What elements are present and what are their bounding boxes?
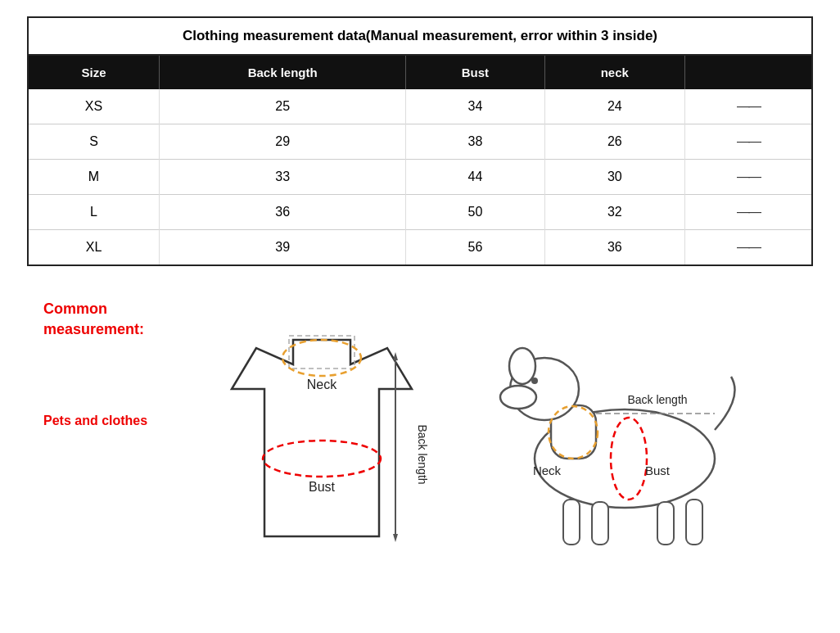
table-row: XS 25 34 24 —— (29, 89, 811, 124)
svg-marker-5 (393, 352, 398, 360)
cell-neck: 30 (544, 160, 685, 195)
cell-bust: 44 (406, 160, 544, 195)
cell-neck: 36 (544, 230, 685, 265)
cell-back-length: 39 (160, 230, 406, 265)
shirt-diagram: Neck Bust Back length (207, 299, 436, 561)
cell-back-length: 33 (160, 160, 406, 195)
cell-size: M (29, 160, 160, 195)
svg-marker-6 (393, 534, 398, 542)
svg-text:Back length: Back length (416, 424, 429, 484)
cell-size: XL (29, 230, 160, 265)
diagram-section: Commonmeasurement: Pets and clothes (27, 291, 813, 569)
cell-back-length: 36 (160, 195, 406, 230)
svg-marker-0 (232, 340, 412, 536)
col-header-extra (685, 56, 811, 89)
svg-rect-18 (657, 502, 674, 545)
cell-extra: —— (685, 89, 811, 124)
svg-point-15 (531, 378, 538, 384)
svg-text:Back length: Back length (627, 393, 687, 406)
cell-neck: 32 (544, 195, 685, 230)
cell-size: L (29, 195, 160, 230)
table-wrapper: Clothing measurement data(Manual measure… (27, 16, 813, 266)
svg-rect-17 (592, 502, 608, 545)
cell-extra: —— (685, 124, 811, 160)
diagrams-row: Neck Bust Back length (207, 299, 797, 561)
svg-text:Neck: Neck (307, 378, 337, 391)
col-header-bust: Bust (406, 56, 544, 89)
cell-extra: —— (685, 160, 811, 195)
svg-rect-16 (563, 500, 580, 545)
cell-back-length: 25 (160, 89, 406, 124)
table-row: L 36 50 32 —— (29, 195, 811, 230)
cell-bust: 34 (406, 89, 544, 124)
table-header-row: Size Back length Bust neck (29, 56, 811, 89)
col-header-back-length: Back length (160, 56, 406, 89)
pets-clothes-label: Pets and clothes (43, 414, 174, 428)
common-measurement-label: Commonmeasurement: (43, 299, 174, 340)
cell-extra: —— (685, 230, 811, 265)
cell-bust: 50 (406, 195, 544, 230)
cell-back-length: 29 (160, 124, 406, 160)
left-panel: Commonmeasurement: Pets and clothes (43, 299, 174, 428)
cell-size: XS (29, 89, 160, 124)
svg-rect-19 (686, 500, 702, 545)
table-title: Clothing measurement data(Manual measure… (29, 18, 811, 56)
cell-neck: 24 (544, 89, 685, 124)
svg-text:Neck: Neck (533, 463, 562, 477)
table-row: S 29 38 26 —— (29, 124, 811, 160)
dog-diagram: Neck Bust Back length (485, 299, 747, 561)
cell-extra: —— (685, 195, 811, 230)
svg-text:Bust: Bust (309, 480, 336, 494)
size-table: Size Back length Bust neck XS 25 34 24 —… (29, 56, 811, 265)
svg-text:Bust: Bust (645, 463, 671, 477)
dog-svg: Neck Bust Back length (485, 299, 747, 553)
cell-neck: 26 (544, 124, 685, 160)
cell-bust: 38 (406, 124, 544, 160)
shirt-svg: Neck Bust Back length (207, 299, 436, 553)
cell-bust: 56 (406, 230, 544, 265)
table-body: XS 25 34 24 —— S 29 38 26 —— M 33 44 30 … (29, 89, 811, 265)
main-container: Clothing measurement data(Manual measure… (27, 16, 813, 569)
svg-point-13 (509, 348, 535, 384)
table-row: M 33 44 30 —— (29, 160, 811, 195)
svg-point-14 (500, 386, 536, 409)
col-header-size: Size (29, 56, 160, 89)
col-header-neck: neck (544, 56, 685, 89)
cell-size: S (29, 124, 160, 160)
table-row: XL 39 56 36 —— (29, 230, 811, 265)
